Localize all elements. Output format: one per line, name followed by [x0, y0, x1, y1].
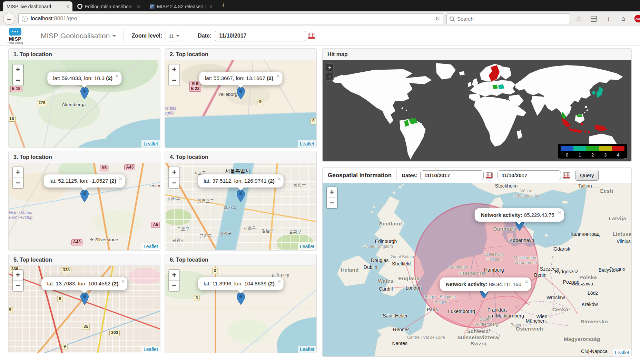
popup-close-icon[interactable]: ×: [276, 73, 279, 79]
mini-map-2[interactable]: + − E 6 E 2299Trelleborgerslätts ygfält …: [165, 60, 316, 148]
map-label: 관악구: [219, 231, 232, 236]
page-title-dropdown[interactable]: MISP Geolocalisation: [41, 32, 116, 40]
zoom-out-button[interactable]: −: [326, 73, 334, 81]
top-locations-grid: 1. Top location + − E 1827618Åkersberga …: [8, 48, 317, 357]
zoom-in-button[interactable]: +: [13, 167, 23, 178]
zoom-in-button[interactable]: +: [327, 187, 337, 198]
home-icon[interactable]: ⌂: [618, 13, 629, 24]
map-marker[interactable]: [236, 87, 245, 101]
zoom-out-button[interactable]: −: [13, 281, 23, 291]
calendar-icon[interactable]: [308, 33, 315, 39]
popup-ip-value: 85.229.43.75: [524, 212, 554, 218]
popup-close-icon[interactable]: ×: [277, 279, 281, 284]
calendar-icon[interactable]: [563, 172, 570, 179]
zoom-out-button[interactable]: −: [169, 178, 179, 188]
back-button[interactable]: ←: [3, 13, 15, 25]
map-place-label: Polska: [579, 274, 597, 281]
hit-map[interactable]: + − 01234: [323, 60, 631, 161]
mini-map-1[interactable]: + − E 1827618Åkersberga lat: 59.4833, lo…: [9, 60, 160, 148]
misp-logo[interactable]: MISP Threat Sharing: [6, 28, 24, 44]
mini-map-5[interactable]: + − 33833899353039 lat: 13.7083, lon: 10…: [9, 266, 160, 353]
geospatial-map[interactable]: + − DanmarkPolskaČeskoSlovenskoÖsterreic…: [323, 183, 631, 356]
zoom-in-button[interactable]: +: [326, 63, 334, 71]
date-to-input[interactable]: [498, 170, 561, 180]
zoom-out-button[interactable]: −: [327, 198, 337, 208]
legend-value: 4: [612, 152, 624, 158]
new-tab-button[interactable]: +: [217, 1, 230, 10]
mini-map-4[interactable]: + − 마포구서울특별시광진구양천구영등포구동작구관악구강남구송파구서초구금천구…: [165, 163, 316, 250]
leaflet-attribution[interactable]: Leaflet: [298, 346, 316, 353]
geospatial-title: Geospatial information: [328, 172, 392, 179]
library-icon[interactable]: [588, 13, 600, 24]
map-label: 서초구: [244, 226, 256, 231]
popup-coordinates: lat: 52.1125, lon: -1.0527: [49, 178, 108, 184]
tab-title: Editing misp-dashboar: [85, 4, 135, 9]
date-from-input[interactable]: [420, 170, 484, 180]
map-label: 서울특별시: [225, 168, 250, 174]
zoom-out-button[interactable]: −: [13, 178, 23, 188]
map-place-label: München: [526, 318, 546, 324]
search-bar[interactable]: [446, 13, 570, 24]
popup-count: (2): [112, 281, 118, 286]
popup-coordinates: lat: 55.3667, lon: 13.1667: [205, 75, 265, 81]
map-zoom-control: + −: [12, 166, 24, 189]
map-marker[interactable]: [80, 87, 89, 101]
map-marker[interactable]: [80, 190, 89, 204]
popup-close-icon[interactable]: ×: [277, 176, 281, 182]
map-place-label: London: [406, 285, 422, 291]
url-bar[interactable]: i localhost:8001/geo ↻: [18, 13, 443, 24]
map-marker[interactable]: [80, 292, 89, 307]
tab-misp-release[interactable]: MISP 2.4.82 released (a ×: [146, 1, 216, 11]
query-button[interactable]: Query: [575, 170, 599, 181]
popup-close-icon[interactable]: ×: [558, 210, 561, 215]
zoom-in-button[interactable]: +: [169, 64, 179, 75]
mini-map-3[interactable]: + − A5A43A5A43Niden Manor Farm Airstrip✈…: [9, 163, 160, 250]
zoom-in-button[interactable]: +: [169, 270, 179, 281]
forum-icon: [150, 4, 155, 9]
leaflet-attribution[interactable]: Leaflet: [613, 349, 631, 356]
popup-close-icon[interactable]: ×: [121, 279, 125, 284]
zoom-out-button[interactable]: −: [13, 75, 23, 85]
map-label: A43: [124, 164, 135, 171]
zoom-in-button[interactable]: +: [169, 167, 179, 178]
leaflet-attribution[interactable]: Leaflet: [141, 140, 160, 148]
url-text[interactable]: localhost:8001/geo: [31, 16, 432, 22]
popup-close-icon[interactable]: ×: [119, 176, 122, 182]
reload-icon[interactable]: ↻: [435, 16, 440, 22]
leaflet-attribution[interactable]: Leaflet: [141, 243, 160, 250]
downloads-icon[interactable]: ↓: [603, 13, 614, 24]
map-label: ester: [150, 183, 160, 189]
mini-map-6[interactable]: + − 33ភ្នំពេញ lat: 11.3996, lon: 104.863…: [165, 266, 316, 353]
tab-close-icon[interactable]: ×: [66, 4, 69, 9]
legend-item: 3: [599, 146, 612, 158]
popup-close-icon[interactable]: ×: [115, 73, 119, 79]
map-place-label: United Kingdom: [363, 244, 393, 249]
leaflet-attribution[interactable]: Leaflet: [298, 243, 316, 250]
zoom-in-button[interactable]: +: [13, 64, 23, 75]
map-marker[interactable]: [236, 292, 245, 307]
map-popup: lat: 52.1125, lon: -1.0527 (2) ×: [43, 174, 125, 188]
tab-close-icon[interactable]: ×: [137, 4, 140, 9]
zoom-level-select[interactable]: 11: [166, 31, 182, 41]
tab-misp-dashboard[interactable]: MISP live dashboard ×: [3, 1, 72, 11]
site-info-icon[interactable]: i: [22, 16, 28, 22]
bookmark-star-icon[interactable]: ☆: [573, 13, 585, 24]
leaflet-attribution[interactable]: Leaflet: [298, 140, 316, 148]
popup-close-icon[interactable]: ×: [525, 279, 528, 285]
calendar-icon[interactable]: [486, 172, 493, 179]
tab-close-icon[interactable]: ×: [209, 4, 213, 9]
map-place-label: Ireland: [341, 267, 359, 273]
popup-coordinates: lat: 13.7083, lon: 100.4562: [47, 281, 111, 286]
map-zoom-control: + −: [12, 64, 24, 86]
search-input[interactable]: [456, 16, 567, 22]
date-input[interactable]: [215, 31, 306, 41]
leaflet-attribution[interactable]: Leaflet: [141, 346, 160, 353]
zoom-out-button[interactable]: −: [169, 75, 179, 85]
map-marker[interactable]: [236, 190, 245, 204]
zoom-out-button[interactable]: −: [169, 281, 179, 291]
adblock-icon[interactable]: ABP: [632, 13, 640, 24]
map-popup: lat: 11.3996, lon: 104.8639 (2) ×: [198, 277, 284, 290]
tab-github[interactable]: Editing misp-dashboar ×: [73, 1, 143, 11]
zoom-in-button[interactable]: +: [13, 270, 23, 281]
map-label: 9: [57, 296, 63, 302]
